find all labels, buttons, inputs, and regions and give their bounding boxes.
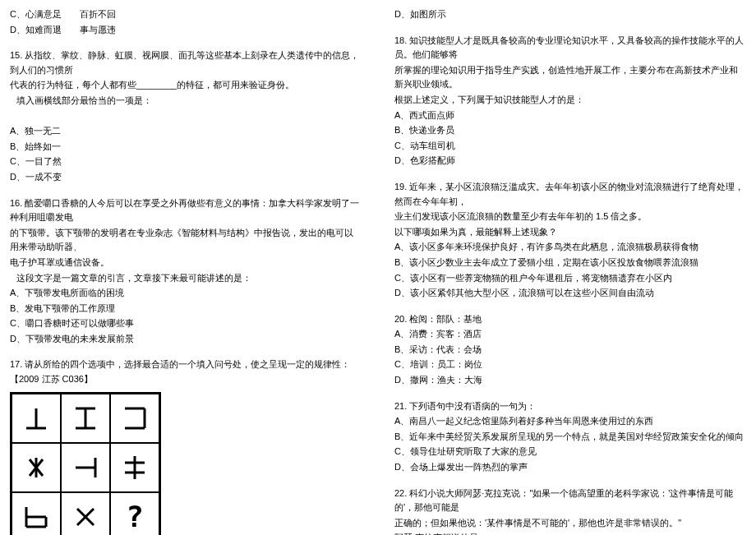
q18-option-c: C、动车组司机: [394, 139, 746, 154]
q15-option-d: D、一成不变: [10, 170, 362, 185]
q16-stem-1: 16. 酷爱嚼口香糖的人今后可以在享受之外再做些有意义的事情：加拿大科学家发明了…: [10, 196, 362, 225]
q19-option-a: A、该小区多年来环境保护良好，有许多鸟类在此栖息，流浪猫极易获得食物: [394, 240, 746, 255]
q19-option-d: D、该小区紧邻其他大型小区，流浪猫可以在这些小区间自由流动: [394, 286, 746, 301]
q17: 17. 请从所给的四个选项中，选择最合适的一个填入问号处，使之呈现一定的规律性：…: [10, 357, 362, 535]
q17-figure: ? A: [10, 392, 362, 535]
q19-stem-3: 以下哪项如果为真，最能解释上述现象？: [394, 225, 746, 240]
q16-stem-2: 的下颚带。该下颚带的发明者在专业杂志《智能材料与结构》中报告说，发出的电可以用来…: [10, 226, 362, 255]
q16-stem-4: 这段文字是一篇文章的引言，文章接下来最可能讲述的是：: [10, 271, 362, 286]
grid-cell: [61, 443, 110, 492]
grid-cell: [12, 394, 61, 443]
q18-option-a: A、西式面点师: [394, 108, 746, 123]
q15-option-a: A、独一无二: [10, 124, 362, 139]
q16-option-a: A、下颚带发电所面临的困境: [10, 286, 362, 301]
q16-option-b: B、发电下颚带的工作原理: [10, 302, 362, 316]
left-column: C、心满意足 百折不回 D、知难而退 事与愿违 15. 从指纹、掌纹、静脉、虹膜…: [10, 7, 362, 535]
q19-stem-1: 19. 近年来，某小区流浪猫泛滥成灾。去年年初该小区的物业对流浪猫进行了绝育处理…: [394, 180, 746, 209]
grid-cell-question: ?: [110, 492, 159, 535]
q20-option-c: C、培训：员工：岗位: [394, 357, 746, 372]
q15-option-b: B、始终如一: [10, 140, 362, 155]
glyph-icon: [69, 500, 102, 533]
q17-option-d-wrap: D、如图所示: [394, 7, 746, 22]
right-column: D、如图所示 18. 知识技能型人才是既具备较高的专业理论知识水平，又具备较高的…: [394, 7, 746, 535]
q15: 15. 从指纹、掌纹、静脉、虹膜、视网膜、面孔等这些基本上刻录在人类遗传中的信息…: [10, 48, 362, 184]
q15-stem-2: 代表的行为特征，每个人都有些________的特征，都可用来验证身份。: [10, 78, 362, 93]
q21-option-a: A、南昌八一起义纪念馆里陈列着好多种当年周恩来使用过的东西: [394, 414, 746, 429]
q18-stem-1: 18. 知识技能型人才是既具备较高的专业理论知识水平，又具备较高的操作技能水平的…: [394, 34, 746, 62]
q20-option-d: D、撒网：渔夫：大海: [394, 373, 746, 388]
q20-stem: 20. 检阅：部队：基地: [394, 312, 746, 327]
q17-stem: 17. 请从所给的四个选项中，选择最合适的一个填入问号处，使之呈现一定的规律性：…: [10, 357, 362, 386]
glyph-icon: [20, 451, 53, 484]
q16: 16. 酷爱嚼口香糖的人今后可以在享受之外再做些有意义的事情：加拿大科学家发明了…: [10, 196, 362, 347]
glyph-icon: [69, 402, 102, 435]
q22-stem-2: 正确的；但如果他说：'某件事情是不可能的'，那他也许是非常错误的。": [394, 516, 746, 531]
q14-remaining-options: C、心满意足 百折不回 D、知难而退 事与愿违: [10, 7, 362, 37]
q15-option-c: C、一目了然: [10, 155, 362, 169]
q21: 21. 下列语句中没有语病的一句为： A、南昌八一起义纪念馆里陈列着好多种当年周…: [394, 399, 746, 475]
q21-option-d: D、会场上爆发出一阵热烈的掌声: [394, 460, 746, 475]
grid-cell: [12, 443, 61, 492]
glyph-icon: [20, 500, 53, 533]
q22-stem-3: 阿瑟·克拉克想说的是：: [394, 531, 746, 535]
grid-cell: [61, 394, 110, 443]
q21-option-b: B、近年来中美经贸关系发展所呈现的另一个特点，就是美国对华经贸政策安全化的倾向: [394, 430, 746, 445]
q18-option-b: B、快递业务员: [394, 123, 746, 138]
grid-cell: [110, 443, 159, 492]
q19: 19. 近年来，某小区流浪猫泛滥成灾。去年年初该小区的物业对流浪猫进行了绝育处理…: [394, 180, 746, 301]
q20: 20. 检阅：部队：基地 A、消费：宾客：酒店 B、采访：代表：会场 C、培训：…: [394, 312, 746, 388]
q19-option-c: C、该小区有一些养宠物猫的租户今年退租后，将宠物猫遗弃在小区内: [394, 271, 746, 286]
q15-stem-1: 15. 从指纹、掌纹、静脉、虹膜、视网膜、面孔等这些基本上刻录在人类遗传中的信息…: [10, 48, 362, 77]
q15-stem-3: 填入画横线部分最恰当的一项是：: [10, 94, 362, 108]
q14-option-c: C、心满意足 百折不回: [10, 7, 362, 22]
q20-option-b: B、采访：代表：会场: [394, 343, 746, 357]
glyph-icon: [118, 402, 151, 435]
q16-option-d: D、下颚带发电的未来发展前景: [10, 332, 362, 347]
q18-option-d: D、色彩搭配师: [394, 154, 746, 168]
q16-option-c: C、嚼口香糖时还可以做哪些事: [10, 316, 362, 331]
q18-stem-3: 根据上述定义，下列属于知识技能型人才的是：: [394, 93, 746, 108]
q22-stem-1: 22. 科幻小说大师阿瑟·克拉克说："如果一个德高望重的老科学家说：'这件事情是…: [394, 487, 746, 515]
q19-stem-2: 业主们发现该小区流浪猫的数量至少有去年年初的 1.5 倍之多。: [394, 210, 746, 224]
grid-cell: [12, 492, 61, 535]
q18-stem-2: 所掌握的理论知识用于指导生产实践，创造性地开展工作，主要分布在高新技术产业和新兴…: [394, 63, 746, 92]
q18: 18. 知识技能型人才是既具备较高的专业理论知识水平，又具备较高的操作技能水平的…: [394, 34, 746, 168]
q20-option-a: A、消费：宾客：酒店: [394, 327, 746, 342]
q17-option-d: D、如图所示: [394, 7, 746, 22]
q22: 22. 科幻小说大师阿瑟·克拉克说："如果一个德高望重的老科学家说：'这件事情是…: [394, 487, 746, 535]
q19-option-b: B、该小区少数业主去年成立了爱猫小组，定期在该小区投放食物喂养流浪猫: [394, 256, 746, 270]
q16-stem-3: 电子护耳罩或通信设备。: [10, 256, 362, 270]
q21-option-c: C、领导住址研究听取了大家的意见: [394, 445, 746, 459]
q14-option-d: D、知难而退 事与愿违: [10, 23, 362, 38]
grid-cell: [110, 394, 159, 443]
grid-cell: [61, 492, 110, 535]
q21-stem: 21. 下列语句中没有语病的一句为：: [394, 399, 746, 414]
glyph-icon: [20, 402, 53, 435]
q17-grid: ?: [10, 392, 161, 535]
glyph-icon: [69, 451, 102, 484]
glyph-icon: [118, 451, 151, 484]
